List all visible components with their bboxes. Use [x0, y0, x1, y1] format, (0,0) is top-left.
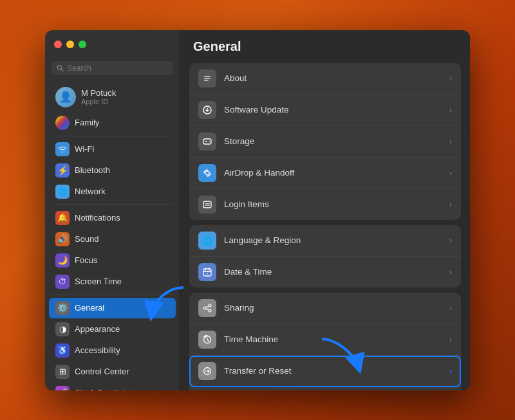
software-update-chevron: › — [449, 105, 452, 114]
svg-point-18 — [207, 273, 208, 274]
svg-point-19 — [209, 304, 211, 307]
svg-rect-5 — [204, 80, 209, 81]
timemachine-icon — [198, 331, 216, 349]
airdrop-label: AirDrop & Handoff — [224, 168, 442, 178]
siri-icon: 🎤 — [55, 386, 70, 390]
svg-rect-13 — [205, 205, 210, 205]
login-label: Login Items — [224, 199, 442, 209]
svg-line-1 — [61, 69, 63, 71]
sidebar-item-notifications[interactable]: 🔔 Notifications — [49, 208, 176, 228]
search-box[interactable] — [52, 61, 173, 75]
sidebar-label-appearance: Appearance — [75, 324, 120, 334]
accessibility-icon: ♿ — [55, 343, 70, 358]
language-chevron: › — [449, 236, 452, 245]
svg-rect-12 — [205, 203, 210, 204]
settings-row-storage[interactable]: Storage › — [189, 126, 461, 158]
settings-row-startup[interactable]: Startup Disk › — [189, 387, 461, 390]
settings-group-1: About › Software Update › — [189, 63, 461, 220]
network-icon: 🌐 — [55, 185, 70, 199]
sidebar-label-wifi: Wi-Fi — [75, 144, 94, 154]
storage-chevron: › — [449, 137, 452, 146]
sharing-label: Sharing — [224, 303, 442, 313]
sidebar-item-network[interactable]: 🌐 Network — [49, 181, 176, 202]
settings-row-about[interactable]: About › — [189, 63, 461, 95]
wifi-icon — [55, 142, 70, 156]
datetime-chevron: › — [449, 268, 452, 277]
settings-row-language[interactable]: 🌐 Language & Region › — [189, 225, 461, 257]
storage-label: Storage — [224, 136, 442, 146]
controlcenter-icon: ⊞ — [55, 365, 70, 379]
sidebar-label-sound: Sound — [75, 234, 99, 244]
arrow-annotation-right — [315, 336, 367, 374]
sidebar-item-bluetooth[interactable]: ⚡ Bluetooth — [49, 160, 176, 181]
software-update-label: Software Update — [224, 105, 442, 114]
sidebar-item-controlcenter[interactable]: ⊞ Control Center — [49, 361, 176, 382]
settings-row-sharing[interactable]: Sharing › — [189, 293, 461, 324]
minimize-button[interactable] — [66, 41, 74, 48]
svg-rect-11 — [203, 201, 211, 208]
svg-rect-8 — [205, 141, 207, 142]
svg-point-0 — [57, 65, 61, 69]
sidebar-divider-1 — [52, 136, 173, 136]
svg-point-9 — [209, 141, 211, 142]
close-button[interactable] — [54, 41, 62, 48]
bluetooth-icon: ⚡ — [55, 163, 70, 178]
sharing-chevron: › — [449, 304, 452, 313]
sidebar-label-focus: Focus — [75, 255, 97, 265]
sidebar-item-apple-id[interactable]: 👤 M Potuck Apple ID — [49, 83, 176, 111]
screentime-icon: ⏱ — [55, 275, 70, 289]
sidebar-items: 👤 M Potuck Apple ID Family — [45, 80, 180, 390]
svg-point-10 — [205, 171, 209, 175]
svg-point-20 — [209, 309, 211, 312]
sidebar-item-sound[interactable]: 🔊 Sound — [49, 229, 176, 250]
language-icon: 🌐 — [198, 232, 216, 250]
notifications-icon: 🔔 — [55, 211, 70, 225]
sidebar-label-screentime: Screen Time — [75, 277, 122, 286]
sidebar-item-siri[interactable]: 🎤 Siri & Spotlight — [49, 383, 176, 390]
sound-icon: 🔊 — [55, 232, 70, 246]
software-update-icon — [198, 101, 216, 119]
datetime-icon — [198, 263, 216, 281]
sidebar-item-accessibility[interactable]: ♿ Accessibility — [49, 340, 176, 361]
sidebar-label-bluetooth: Bluetooth — [75, 165, 110, 175]
maximize-button[interactable] — [79, 41, 86, 48]
focus-icon: 🌙 — [55, 253, 70, 268]
sidebar: 👤 M Potuck Apple ID Family — [45, 30, 180, 390]
general-icon: ⚙️ — [55, 301, 70, 315]
sidebar-item-focus[interactable]: 🌙 Focus — [49, 250, 176, 271]
about-chevron: › — [449, 74, 452, 83]
sharing-icon — [198, 299, 216, 317]
sidebar-label-general: General — [75, 303, 104, 313]
search-icon — [57, 64, 64, 72]
search-input[interactable] — [67, 64, 168, 73]
storage-icon — [198, 132, 216, 151]
airdrop-icon — [198, 164, 216, 182]
settings-row-software-update[interactable]: Software Update › — [189, 95, 461, 126]
svg-point-21 — [203, 307, 206, 309]
appearance-icon: ◑ — [55, 322, 70, 336]
sidebar-item-wifi[interactable]: Wi-Fi — [49, 139, 176, 160]
family-icon — [55, 116, 70, 130]
sidebar-label-accessibility: Accessibility — [75, 345, 120, 355]
language-label: Language & Region — [224, 235, 442, 245]
sidebar-divider-2 — [52, 205, 173, 205]
transfer-chevron: › — [449, 367, 452, 376]
timemachine-chevron: › — [449, 335, 452, 344]
login-icon — [198, 196, 216, 214]
svg-line-23 — [206, 309, 209, 310]
settings-row-datetime[interactable]: Date & Time › — [189, 257, 461, 288]
user-subtitle: Apple ID — [81, 98, 116, 105]
svg-rect-14 — [203, 269, 211, 276]
sidebar-item-family[interactable]: Family — [49, 113, 176, 133]
settings-row-airdrop[interactable]: AirDrop & Handoff › — [189, 158, 461, 189]
page-title: General — [180, 30, 470, 60]
about-icon — [198, 69, 216, 87]
sidebar-label-controlcenter: Control Center — [75, 367, 129, 376]
svg-rect-4 — [204, 78, 211, 79]
sidebar-label-siri: Siri & Spotlight — [75, 388, 129, 390]
settings-row-login[interactable]: Login Items › — [189, 189, 461, 220]
datetime-label: Date & Time — [224, 267, 442, 277]
system-preferences-window: 👤 M Potuck Apple ID Family — [45, 30, 470, 390]
transfer-icon — [198, 362, 216, 380]
user-name: M Potuck — [81, 88, 116, 98]
